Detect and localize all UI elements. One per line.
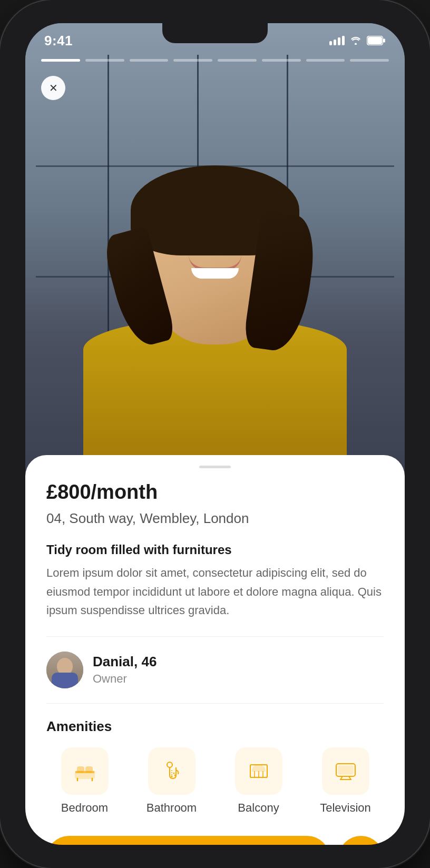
status-time: 9:41 <box>44 33 73 49</box>
amenity-balcony: Balcony <box>220 747 297 815</box>
signal-icon <box>329 36 345 45</box>
owner-name: Danial, 46 <box>93 654 384 670</box>
shower-icon-box <box>148 747 196 795</box>
close-icon: ✕ <box>49 82 58 94</box>
person-face <box>146 181 284 344</box>
story-dot-2[interactable] <box>85 59 124 62</box>
chat-now-button[interactable]: Chat Now → <box>46 836 330 845</box>
phone-notch <box>162 23 268 43</box>
phone-device: 9:41 <box>0 0 430 868</box>
listing-photo[interactable]: ✕ <box>25 23 405 476</box>
divider-2 <box>46 703 384 704</box>
amenity-bathroom: Bathroom <box>133 747 210 815</box>
close-button[interactable]: ✕ <box>41 76 65 100</box>
owner-section: Danial, 46 Owner <box>46 652 384 688</box>
story-dot-7[interactable] <box>306 59 345 62</box>
description-title: Tidy room filled with furnitures <box>46 542 384 557</box>
owner-avatar <box>46 652 83 688</box>
amenity-television: Television <box>307 747 384 815</box>
listing-address: 04, South way, Wembley, London <box>46 509 384 528</box>
story-dot-8[interactable] <box>350 59 389 62</box>
bathroom-label: Bathroom <box>146 801 197 815</box>
amenities-grid: Bedroom B <box>46 747 384 815</box>
tv-icon-box <box>322 747 369 795</box>
owner-role: Owner <box>93 672 384 686</box>
divider-1 <box>46 636 384 637</box>
bed-icon-box <box>61 747 109 795</box>
balcony-icon <box>247 760 270 783</box>
svg-point-12 <box>174 774 175 776</box>
owner-info: Danial, 46 Owner <box>93 654 384 686</box>
avatar-image <box>46 652 83 688</box>
status-icons <box>329 36 386 45</box>
tv-icon <box>334 760 357 783</box>
svg-rect-2 <box>383 39 385 43</box>
television-label: Television <box>320 801 371 815</box>
story-dot-1[interactable] <box>41 59 80 62</box>
svg-point-11 <box>173 772 174 774</box>
amenity-bedroom: Bedroom <box>46 747 123 815</box>
svg-rect-20 <box>338 766 353 774</box>
story-dot-6[interactable] <box>262 59 301 62</box>
svg-point-13 <box>171 775 172 777</box>
phone-screen: 9:41 <box>25 23 405 845</box>
svg-rect-6 <box>75 771 94 773</box>
description-text: Lorem ipsum dolor sit amet, consectetur … <box>46 564 384 619</box>
drag-handle[interactable] <box>199 466 231 468</box>
action-bar: Chat Now → <box>46 836 384 845</box>
bedroom-label: Bedroom <box>61 801 108 815</box>
story-dot-4[interactable] <box>173 59 212 62</box>
story-dot-5[interactable] <box>218 59 257 62</box>
bed-icon <box>73 760 96 783</box>
svg-rect-1 <box>368 37 382 44</box>
shower-icon <box>160 760 183 783</box>
amenities-title: Amenities <box>46 718 384 735</box>
balcony-icon-box <box>235 747 282 795</box>
listing-price: £800/month <box>46 481 384 504</box>
story-dot-3[interactable] <box>130 59 169 62</box>
favorite-button[interactable] <box>338 836 384 845</box>
battery-icon <box>367 36 386 45</box>
svg-point-9 <box>167 762 172 767</box>
wifi-icon <box>350 36 361 45</box>
content-panel: £800/month 04, South way, Wembley, Londo… <box>25 455 405 845</box>
balcony-label: Balcony <box>238 801 279 815</box>
story-indicators[interactable] <box>41 59 389 62</box>
